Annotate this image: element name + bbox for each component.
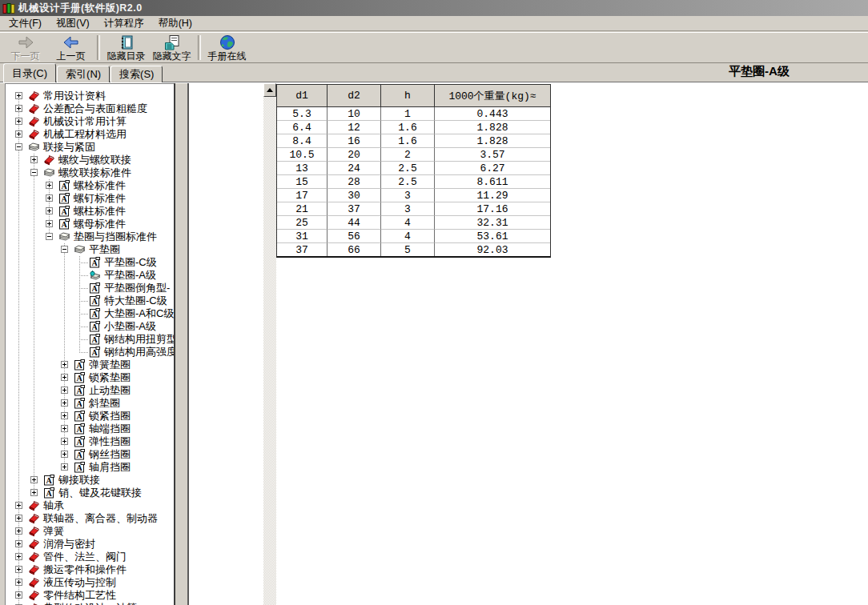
expand-plus-box[interactable]: [46, 194, 53, 202]
tree-item-label[interactable]: 公差配合与表面粗糙度: [43, 102, 147, 115]
tab-search[interactable]: 搜索(S): [111, 66, 163, 82]
tree-item-label[interactable]: 螺钉标准件: [74, 192, 126, 205]
scrollbar-track[interactable]: [263, 97, 276, 605]
tree-item-label[interactable]: 轴承: [43, 499, 64, 512]
book-icon: [28, 590, 40, 601]
expand-plus-box[interactable]: [46, 207, 53, 214]
tab-catalog[interactable]: 目录(C): [3, 63, 56, 82]
expand-plus-box[interactable]: [61, 425, 68, 432]
tab-index[interactable]: 索引(N): [57, 66, 110, 82]
tree-item-label[interactable]: 锁紧挡圈: [89, 410, 131, 423]
tree-item-label[interactable]: 典型传动设计、计算: [43, 602, 137, 605]
expand-plus-box[interactable]: [61, 387, 68, 394]
tree-item-label[interactable]: 机械设计常用计算: [43, 115, 127, 128]
tree-item-label[interactable]: 管件、法兰、阀门: [43, 551, 127, 563]
menu-item[interactable]: 帮助(H): [151, 17, 199, 30]
expand-plus-box[interactable]: [61, 438, 68, 445]
menu-item[interactable]: 文件(F): [2, 17, 49, 30]
table-cell: 2: [381, 148, 435, 162]
expand-plus-box[interactable]: [15, 579, 22, 586]
expand-plus-box[interactable]: [61, 361, 68, 368]
tree-item-label[interactable]: 大垫圈-A和C级: [104, 307, 174, 320]
expand-plus-box[interactable]: [61, 451, 68, 458]
tree-item-label[interactable]: 斜垫圈: [89, 397, 120, 410]
expand-plus-box[interactable]: [15, 540, 22, 547]
toolbar-button-hide-toc-book[interactable]: 隐藏目录: [103, 33, 149, 62]
svg-text:A: A: [91, 297, 98, 306]
collapse-minus-box[interactable]: [30, 169, 38, 176]
tree-item-label[interactable]: 常用设计资料: [43, 90, 106, 102]
menu-item[interactable]: 计算程序: [97, 17, 151, 30]
expand-plus-box[interactable]: [15, 118, 22, 125]
expand-plus-box[interactable]: [15, 553, 22, 560]
tree-item-label[interactable]: 平垫圈-C级: [104, 256, 157, 269]
expand-plus-box[interactable]: [15, 502, 22, 509]
tree-item-label[interactable]: 联接与紧固: [43, 141, 95, 154]
content-vertical-scrollbar[interactable]: [263, 83, 276, 605]
menu-item[interactable]: 视图(V): [49, 17, 97, 30]
tree-item-label[interactable]: 联轴器、离合器、制动器: [43, 512, 158, 525]
tree-item-label[interactable]: 平垫圈倒角型-: [104, 282, 170, 294]
expand-plus-box[interactable]: [30, 489, 38, 496]
tree-item-label[interactable]: 小垫圈-A级: [104, 320, 156, 333]
tree-item-label[interactable]: 螺柱标准件: [74, 205, 126, 218]
expand-plus-box[interactable]: [61, 374, 68, 381]
collapse-minus-box[interactable]: [46, 233, 53, 240]
collapse-minus-box[interactable]: [61, 246, 68, 253]
expand-plus-box[interactable]: [61, 463, 68, 471]
expand-plus-box[interactable]: [15, 130, 22, 138]
tree-item-label[interactable]: 销、键及花键联接: [58, 487, 142, 499]
panel-splitter[interactable]: [174, 83, 189, 605]
tree-item-label[interactable]: 弹性挡圈: [89, 435, 131, 448]
tree-item-label[interactable]: 轴端挡圈: [89, 423, 131, 435]
tree-item-label[interactable]: 螺母标准件: [74, 218, 126, 230]
table-cell: 31: [277, 230, 328, 243]
tree-item-label[interactable]: 特大垫圈-C级: [104, 294, 167, 307]
tree-item-label[interactable]: 钢丝挡圈: [89, 448, 131, 461]
tree-item-label[interactable]: 铆接联接: [58, 474, 100, 487]
toolbar-button-globe[interactable]: 手册在线: [204, 33, 250, 62]
tree-item-label[interactable]: 零件结构工艺性: [43, 589, 116, 602]
tree-item-label[interactable]: 弹簧垫圈: [89, 359, 131, 371]
doc-icon: A: [58, 206, 70, 217]
tree-item-label[interactable]: 弹簧: [43, 525, 64, 538]
tree-item-label[interactable]: 机械工程材料选用: [43, 128, 127, 141]
expand-plus-box[interactable]: [15, 527, 22, 535]
tree-item-label[interactable]: 锁紧垫圈: [89, 371, 131, 384]
table-cell: 6.27: [435, 162, 550, 175]
table-cell: 1.6: [381, 134, 435, 148]
table-cell: 24: [328, 162, 381, 175]
collapse-minus-box[interactable]: [15, 143, 22, 150]
tree-item-label[interactable]: 平垫圈: [89, 243, 120, 256]
expand-plus-box[interactable]: [61, 412, 68, 419]
expand-plus-box[interactable]: [15, 92, 22, 99]
expand-plus-box[interactable]: [30, 476, 38, 483]
expand-plus-box[interactable]: [46, 182, 53, 189]
expand-plus-box[interactable]: [15, 515, 22, 522]
expand-plus-box[interactable]: [15, 591, 22, 599]
expand-plus-box[interactable]: [15, 105, 22, 112]
scroll-up-button[interactable]: [263, 83, 276, 97]
expand-plus-box[interactable]: [30, 156, 38, 163]
tree-item-label[interactable]: 垫圈与挡圈标准件: [74, 230, 157, 243]
tree-item-label[interactable]: 轴肩挡圈: [89, 461, 131, 474]
toolbar-button-prev-page-arrow[interactable]: 上一页: [48, 33, 94, 62]
tree-item-label[interactable]: 搬运零件和操作件: [43, 563, 127, 576]
tree-item-label[interactable]: 螺纹与螺纹联接: [58, 154, 131, 166]
doc-icon: A: [89, 308, 101, 319]
expand-plus-box[interactable]: [46, 220, 53, 227]
tree-item-label[interactable]: 螺栓标准件: [74, 179, 126, 192]
tree-item: A小垫圈-A级: [6, 320, 174, 333]
tree-item-label[interactable]: 平垫圈-A级: [104, 269, 156, 282]
table-header-cell: d1: [277, 85, 328, 107]
doc-icon: A: [43, 475, 55, 486]
tree-item-label[interactable]: 钢结构用高强度: [104, 346, 174, 359]
tree-item-label[interactable]: 液压传动与控制: [43, 576, 116, 589]
tree-item-label[interactable]: 螺纹联接标准件: [58, 166, 131, 179]
tree-item-label[interactable]: 钢结构用扭剪型: [104, 333, 174, 346]
tree-item-label[interactable]: 止动垫圈: [89, 384, 131, 397]
expand-plus-box[interactable]: [15, 566, 22, 573]
expand-plus-box[interactable]: [61, 399, 68, 407]
tree-item-label[interactable]: 润滑与密封: [43, 538, 95, 551]
toolbar-button-hide-text-doc[interactable]: 隐藏文字: [149, 33, 195, 62]
